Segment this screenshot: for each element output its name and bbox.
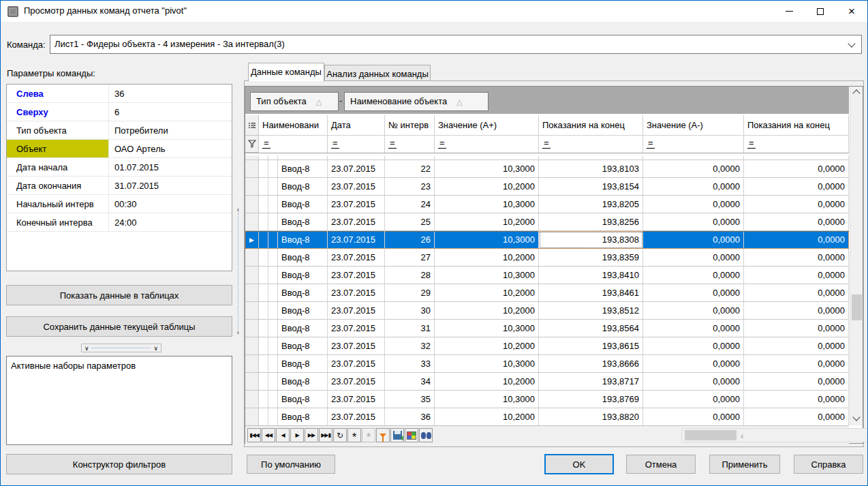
grid-cell-value_minus[interactable]: 0,0000 (643, 178, 744, 196)
grid-cell-date[interactable]: 23.07.2015 (328, 302, 385, 320)
grid-cell-date[interactable]: 23.07.2015 (328, 408, 385, 426)
table-row[interactable]: Ввод-823.07.20153010,2000193,85120,00000… (245, 302, 849, 320)
vertical-splitter[interactable]: ‹ ‹ (235, 207, 241, 335)
grid-cell-date[interactable]: 23.07.2015 (328, 320, 385, 337)
grid-cell-value_minus[interactable]: 0,0000 (643, 337, 744, 355)
grid-cell-reading_plus[interactable]: 193,8615 (539, 337, 643, 355)
grid-cell-reading_minus[interactable]: 0,0000 (744, 355, 849, 373)
grid-cell-interval[interactable]: 24 (385, 196, 435, 213)
param-row[interactable]: Тип объектаПотребители (7, 121, 232, 140)
grid-cell-reading_plus[interactable]: 193,8103 (539, 160, 643, 178)
tab-command-analysis[interactable]: Анализ данных команды (324, 65, 431, 81)
minimize-button[interactable] (773, 1, 805, 22)
grid-cell-reading_plus[interactable]: 193,8512 (539, 302, 643, 320)
grid-cell-value_plus[interactable]: 10,3000 (435, 231, 539, 249)
grid-cell-name[interactable]: Ввод-8 (278, 213, 328, 231)
grid-cell-value_minus[interactable]: 0,0000 (643, 249, 744, 267)
grid-cell-reading_minus[interactable]: 0,0000 (744, 249, 849, 267)
grid-cell-reading_plus[interactable]: 193,8666 (539, 355, 643, 373)
grid-cell-value_minus[interactable]: 0,0000 (643, 302, 744, 320)
grid-cell-date[interactable]: 23.07.2015 (328, 284, 385, 302)
nav-next-button[interactable]: ▶ (290, 428, 304, 442)
grid-cell-name[interactable]: Ввод-8 (278, 249, 328, 267)
grid-cell-value_minus[interactable]: 0,0000 (643, 196, 744, 213)
grid-cell-interval[interactable]: 30 (385, 302, 435, 320)
grid-cell-reading_minus[interactable]: 0,0000 (744, 284, 849, 302)
grid-cell-reading_minus[interactable]: 0,0000 (744, 196, 849, 213)
param-value[interactable]: 6 (109, 103, 232, 121)
grid-cell-reading_minus[interactable]: 0,0000 (744, 408, 849, 426)
column-header-value_plus[interactable]: Значение (A+) (435, 115, 539, 136)
grid-cell-interval[interactable]: 28 (385, 267, 435, 284)
grid-cell-interval[interactable]: 27 (385, 249, 435, 267)
scrollbar-thumb[interactable] (852, 294, 862, 320)
grid-cell-value_minus[interactable]: 0,0000 (643, 320, 744, 337)
grid-cell-name[interactable]: Ввод-8 (278, 302, 328, 320)
filter-operator[interactable]: = (262, 138, 270, 149)
grid-cell-interval[interactable]: 22 (385, 160, 435, 178)
grid-cell-value_plus[interactable]: 10,2000 (435, 178, 539, 196)
grid-cell-value_minus[interactable]: 0,0000 (643, 267, 744, 284)
grid-cell-name[interactable]: Ввод-8 (278, 178, 328, 196)
grid-cell-reading_plus[interactable]: 193,8461 (539, 284, 643, 302)
param-value[interactable]: ОАО Артель (109, 140, 232, 157)
table-row[interactable]: Ввод-823.07.20153210,2000193,86150,00000… (245, 337, 849, 355)
filter-cell-value_minus[interactable]: = (643, 136, 744, 153)
grid-cell-value_plus[interactable]: 10,2000 (435, 213, 539, 231)
param-row[interactable]: Слева36 (7, 85, 232, 103)
grid-cell-reading_minus[interactable]: 0,0000 (744, 213, 849, 231)
cancel-button[interactable]: Отмена (626, 455, 696, 474)
grid-cell-date[interactable]: 23.07.2015 (328, 337, 385, 355)
grid-cell-reading_plus[interactable]: 193,8308 (539, 231, 643, 249)
ok-button[interactable]: OK (544, 454, 614, 474)
table-row[interactable]: Ввод-823.07.20152810,3000193,84100,00000… (245, 267, 849, 284)
nav-insert-button[interactable]: * (347, 428, 361, 442)
filter-builder-button[interactable]: Конструктор фильтров (6, 454, 232, 474)
filter-cell-name[interactable]: = (259, 136, 328, 153)
filter-cell-date[interactable]: = (328, 136, 385, 153)
vertical-scrollbar[interactable] (850, 87, 863, 425)
grid-cell-name[interactable]: Ввод-8 (278, 267, 328, 284)
grid-cell-name[interactable]: Ввод-8 (278, 320, 328, 337)
grid-cell-value_plus[interactable]: 10,3000 (435, 320, 539, 337)
table-row[interactable]: Ввод-823.07.20153110,3000193,85640,00000… (245, 320, 849, 337)
column-header-interval[interactable]: № интерв (385, 115, 435, 136)
grid-cell-name[interactable]: Ввод-8 (278, 284, 328, 302)
grid-cell-reading_plus[interactable]: 193,8820 (539, 408, 643, 426)
table-row[interactable]: Ввод-823.07.20153410,2000193,87170,00000… (245, 373, 849, 391)
save-table-button[interactable]: Сохранить данные текущей таблицы (6, 316, 232, 337)
filter-operator[interactable]: = (647, 138, 655, 149)
grid-cell-date[interactable]: 23.07.2015 (328, 267, 385, 284)
grid-cell-date[interactable]: 23.07.2015 (328, 178, 385, 196)
grid-cell-reading_minus[interactable]: 0,0000 (744, 160, 849, 178)
grid-cell-interval[interactable]: 32 (385, 337, 435, 355)
scroll-down-icon[interactable] (852, 413, 860, 421)
grid-cell-reading_minus[interactable]: 0,0000 (744, 320, 849, 337)
horizontal-splitter[interactable]: ∨∨ (81, 344, 161, 352)
table-row[interactable]: Ввод-823.07.20153310,3000193,86660,00000… (245, 355, 849, 373)
nav-last-button[interactable]: ▶▶▮ (319, 428, 332, 442)
table-row[interactable]: Ввод-823.07.20152210,3000193,81030,00000… (245, 160, 849, 178)
filter-operator[interactable]: = (438, 138, 446, 149)
grid-cell-name[interactable]: Ввод-8 (278, 355, 328, 373)
grid-cell-value_plus[interactable]: 10,3000 (435, 267, 539, 284)
grid-cell-value_plus[interactable]: 10,3000 (435, 196, 539, 213)
group-field-object-name[interactable]: Наименование объекта△ (344, 92, 489, 111)
grid-cell-name[interactable]: Ввод-8 (278, 231, 328, 249)
grid-cell-reading_plus[interactable]: 193,8154 (539, 178, 643, 196)
grid-cell-reading_minus[interactable]: 0,0000 (744, 231, 849, 249)
table-row[interactable]: Ввод-823.07.20152510,2000193,82560,00000… (245, 213, 849, 231)
grid-cell-reading_plus[interactable]: 193,8256 (539, 213, 643, 231)
filter-cell-interval[interactable]: = (385, 136, 435, 153)
column-header-date[interactable]: Дата (328, 115, 385, 136)
grid-cell-date[interactable]: 23.07.2015 (328, 391, 385, 408)
filter-operator[interactable]: = (331, 138, 339, 149)
table-row[interactable]: Ввод-823.07.20152310,2000193,81540,00000… (245, 178, 849, 196)
table-row[interactable]: Ввод-823.07.20152410,3000193,82050,00000… (245, 196, 849, 213)
grid-cell-interval[interactable]: 26 (385, 231, 435, 249)
active-sets-listbox[interactable]: Активные наборы параметров (6, 356, 232, 445)
grid-cell-value_minus[interactable]: 0,0000 (643, 213, 744, 231)
param-value[interactable]: 00:30 (109, 195, 232, 213)
grid-cell-name[interactable]: Ввод-8 (278, 408, 328, 426)
param-row[interactable]: ОбъектОАО Артель (7, 140, 232, 158)
